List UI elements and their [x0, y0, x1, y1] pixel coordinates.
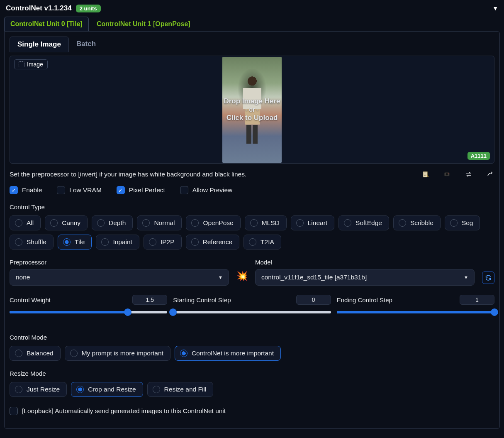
run-preprocessor-icon[interactable]: 💥 — [236, 271, 248, 286]
radio-label: OpenPose — [203, 219, 233, 227]
drop-text-2: Click to Upload — [226, 114, 278, 122]
preprocessor-value: none — [16, 274, 30, 281]
drop-text-1: Drop Image Here — [224, 97, 280, 105]
radio-dot — [250, 219, 258, 227]
sub-tab-single-image[interactable]: Single Image — [10, 37, 69, 52]
sub-tab-batch[interactable]: Batch — [69, 37, 103, 52]
webcam-icon[interactable] — [443, 170, 451, 179]
model-col: Model control_v11f1e_sd15_tile [a371b31b… — [255, 259, 475, 286]
cb-allow-preview[interactable]: Allow Preview — [180, 186, 232, 194]
sub-tab-label: Single Image — [17, 40, 61, 48]
sub-tabs: Single Image Batch — [10, 37, 494, 52]
radio-dot — [180, 350, 187, 357]
preprocessor-col: Preprocessor none ▼ — [10, 259, 229, 286]
slider-track[interactable] — [173, 307, 331, 317]
control-type-scribble[interactable]: Scribble — [393, 215, 441, 230]
control-mode-my-prompt-is-more-important[interactable]: My prompt is more important — [65, 346, 170, 361]
radio-dot — [15, 238, 22, 246]
slider-value-input[interactable]: 1 — [460, 295, 494, 305]
radio-label: T2IA — [261, 238, 274, 246]
control-type-normal[interactable]: Normal — [137, 215, 182, 230]
image-icon — [19, 61, 24, 67]
cb-label: [Loopback] Automatically send generated … — [22, 407, 226, 415]
unit-tabs: ControlNet Unit 0 [Tile] ControlNet Unit… — [0, 17, 504, 31]
image-chip-label: Image — [27, 61, 43, 68]
radio-label: Seg — [462, 219, 473, 227]
hint-row: Set the preprocessor to [invert] if your… — [10, 170, 494, 179]
cb-label: Pixel Perfect — [129, 186, 165, 194]
radio-label: Depth — [109, 219, 126, 227]
control-type-lineart[interactable]: Lineart — [291, 215, 334, 230]
radio-label: Resize and Fill — [164, 386, 207, 393]
a1111-badge: A1111 — [467, 152, 490, 160]
resize-mode-just-resize[interactable]: Just Resize — [10, 382, 67, 397]
radio-label: Scribble — [410, 219, 433, 227]
control-type-reference[interactable]: Reference — [186, 235, 240, 250]
units-badge: 2 units — [76, 5, 101, 12]
control-type-softedge[interactable]: SoftEdge — [338, 215, 389, 230]
radio-label: Balanced — [27, 350, 54, 357]
unit-body: Single Image Batch Image Drop Image Here… — [4, 31, 500, 429]
radio-label: Inpaint — [113, 238, 132, 246]
refresh-models-button[interactable] — [482, 272, 494, 284]
model-select[interactable]: control_v11f1e_sd15_tile [a371b31b] ▼ — [255, 269, 475, 286]
radio-label: Lineart — [308, 219, 327, 227]
cb-label: Low VRAM — [69, 186, 102, 194]
slider-track[interactable] — [337, 307, 494, 317]
new-canvas-icon[interactable] — [421, 170, 430, 179]
radio-dot — [15, 219, 22, 227]
control-type-all[interactable]: All — [10, 215, 41, 230]
control-type-ip2p[interactable]: IP2P — [144, 235, 182, 250]
hint-text: Set the preprocessor to [invert] if your… — [10, 171, 246, 178]
control-type-canny[interactable]: Canny — [45, 215, 88, 230]
send-icon[interactable] — [486, 170, 494, 179]
slider-value-input[interactable]: 0 — [296, 295, 331, 305]
collapse-caret-icon[interactable]: ▼ — [492, 5, 498, 12]
chevron-down-icon: ▼ — [464, 275, 468, 280]
control-type-inpaint[interactable]: Inpaint — [96, 235, 139, 250]
radio-dot — [63, 238, 71, 246]
tab-unit-1[interactable]: ControlNet Unit 1 [OpenPose] — [90, 17, 197, 31]
slider-label: Ending Control Step — [337, 296, 392, 303]
control-type-shuffle[interactable]: Shuffle — [10, 235, 54, 250]
resize-mode-resize-and-fill[interactable]: Resize and Fill — [147, 382, 214, 397]
image-dropzone[interactable]: Image Drop Image Here - or - Click to Up… — [10, 56, 494, 164]
control-type-depth[interactable]: Depth — [92, 215, 133, 230]
control-mode-controlnet-is-more-important[interactable]: ControlNet is more important — [175, 346, 281, 361]
resize-mode-crop-and-resize[interactable]: Crop and Resize — [71, 382, 143, 397]
control-type-tile[interactable]: Tile — [58, 235, 92, 250]
model-value: control_v11f1e_sd15_tile [a371b31b] — [261, 274, 367, 281]
control-type-seg[interactable]: Seg — [445, 215, 480, 230]
radio-label: ControlNet is more important — [192, 350, 274, 357]
cb-pixel-perfect[interactable]: ✓Pixel Perfect — [117, 186, 165, 194]
swap-icon[interactable] — [465, 170, 473, 179]
preprocessor-model-row: Preprocessor none ▼ 💥 Model control_v11f… — [10, 259, 494, 286]
radio-label: Tile — [75, 238, 85, 246]
cb-enable[interactable]: ✓Enable — [10, 186, 42, 194]
control-type-t2ia[interactable]: T2IA — [243, 235, 281, 250]
radio-label: Just Resize — [27, 386, 60, 393]
control-type-mlsd[interactable]: MLSD — [245, 215, 287, 230]
preprocessor-select[interactable]: none ▼ — [10, 269, 229, 286]
slider-track[interactable] — [10, 307, 167, 317]
cb-loopback[interactable]: [Loopback] Automatically send generated … — [10, 407, 494, 415]
panel-title: ControlNet v1.1.234 — [6, 4, 72, 12]
radio-dot — [149, 238, 156, 246]
control-type-openpose[interactable]: OpenPose — [186, 215, 240, 230]
tab-unit-0[interactable]: ControlNet Unit 0 [Tile] — [4, 17, 89, 31]
slider-ending-step: Ending Control Step 1 — [337, 295, 494, 317]
control-mode-balanced[interactable]: Balanced — [10, 346, 61, 361]
svg-point-2 — [446, 173, 448, 175]
radio-dot — [101, 238, 109, 246]
sliders-row: Control Weight 1.5 Starting Control Step… — [10, 295, 494, 317]
radio-label: Crop and Resize — [88, 386, 136, 393]
cb-low-vram[interactable]: Low VRAM — [57, 186, 102, 194]
radio-dot — [50, 219, 58, 227]
radio-dot — [15, 386, 22, 393]
slider-value-input[interactable]: 1.5 — [132, 295, 167, 305]
model-label: Model — [255, 259, 475, 266]
image-preview: Drop Image Here - or - Click to Upload — [222, 57, 282, 163]
panel-header[interactable]: ControlNet v1.1.234 2 units ▼ — [0, 0, 504, 17]
radio-dot — [153, 386, 160, 393]
slider-label: Starting Control Step — [173, 296, 231, 303]
